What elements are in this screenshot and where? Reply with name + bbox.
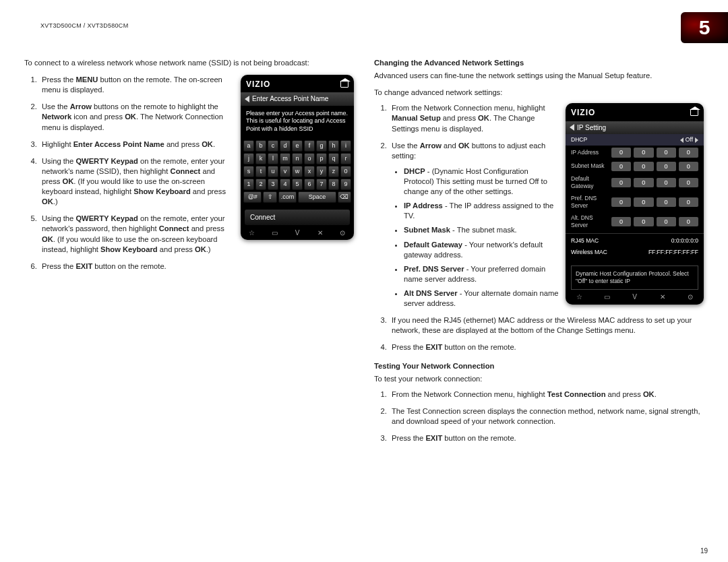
device-description: Please enter your Access point name. Thi…	[241, 106, 354, 137]
ip-octet[interactable]: 0	[634, 178, 653, 187]
key[interactable]: a	[243, 140, 254, 152]
device-footer: ☆ ▭ V ✕ ⊙	[241, 228, 354, 237]
key[interactable]: 9	[340, 179, 351, 190]
ip-octet[interactable]: 0	[679, 178, 698, 187]
ip-setting-row[interactable]: Alt. DNS Server0000	[566, 212, 704, 232]
device-title: IP Setting	[577, 123, 606, 133]
ip-octet[interactable]: 0	[657, 148, 676, 157]
key[interactable]: g	[316, 140, 327, 152]
key[interactable]: u	[268, 166, 278, 177]
advanced-lead: To change advanced network settings:	[374, 88, 704, 98]
key[interactable]: e	[292, 140, 303, 152]
key[interactable]: s	[243, 166, 254, 177]
fav-icon: ☆	[247, 228, 257, 237]
key-backspace[interactable]: ⌫	[338, 191, 351, 203]
key[interactable]: 0	[340, 166, 351, 177]
wireless-mac-row: Wireless MACFF:FF:FF:FF:FF:FF	[566, 247, 704, 258]
ip-octet[interactable]: 0	[611, 162, 631, 171]
key[interactable]: r	[340, 153, 351, 164]
home-icon	[340, 81, 348, 88]
key[interactable]: n	[292, 153, 303, 164]
home-icon	[690, 109, 698, 116]
key[interactable]: m	[280, 153, 291, 164]
key[interactable]: v	[280, 166, 291, 177]
dhcp-label: DHCP	[571, 136, 587, 144]
key[interactable]: f	[304, 140, 315, 152]
ip-octet[interactable]: 0	[679, 162, 698, 171]
key-shift[interactable]: ⇧	[263, 191, 276, 203]
step-6: Press the EXIT button on the remote.	[39, 261, 354, 272]
connect-button[interactable]: Connect	[245, 210, 350, 226]
key-dotcom[interactable]: .com	[278, 191, 297, 203]
dhcp-value: Off	[686, 136, 693, 144]
ip-octet[interactable]: 0	[657, 197, 676, 207]
key[interactable]: x	[304, 166, 315, 177]
key[interactable]: i	[340, 140, 351, 152]
key[interactable]: t	[255, 166, 266, 177]
arrow-left-icon[interactable]	[680, 137, 684, 143]
ip-setting-row[interactable]: Default Gateway0000	[566, 173, 704, 193]
ip-octet[interactable]: 0	[657, 217, 676, 226]
ip-setting-row[interactable]: Subnet Mask0000	[566, 160, 704, 173]
onscreen-keyboard: abcdefghi jklmnopqr stuvwxyz0 123456789 …	[241, 137, 354, 207]
device-ip-panel: VIZIO IP Setting DHCP Off IP Address0000…	[566, 103, 704, 304]
key[interactable]: c	[268, 140, 278, 152]
ip-octet[interactable]: 0	[634, 197, 653, 207]
key[interactable]: q	[328, 153, 339, 164]
key[interactable]: b	[255, 140, 266, 152]
key[interactable]: j	[243, 153, 254, 164]
ip-setting-row[interactable]: IP Address0000	[566, 146, 704, 159]
ip-octet[interactable]: 0	[611, 178, 631, 187]
heading-testing: Testing Your Network Connection	[374, 361, 704, 371]
key[interactable]: p	[316, 153, 327, 164]
ip-octet[interactable]: 0	[657, 178, 676, 187]
key-space[interactable]: Space	[298, 191, 336, 203]
key[interactable]: w	[292, 166, 303, 177]
content-columns: To connect to a wireless network whose n…	[24, 58, 704, 450]
key[interactable]: 6	[304, 179, 315, 190]
ip-octet[interactable]: 0	[611, 197, 631, 207]
ip-label: Subnet Mask	[571, 162, 609, 170]
device-title-bar: Enter Access Point Name	[241, 92, 354, 106]
key[interactable]: z	[328, 166, 339, 177]
page-number: 19	[700, 547, 708, 556]
dhcp-row[interactable]: DHCP Off	[566, 134, 704, 146]
key[interactable]: 3	[268, 179, 278, 190]
key[interactable]: 2	[255, 179, 266, 190]
ip-octet[interactable]: 0	[679, 148, 698, 157]
ip-octet[interactable]: 0	[679, 217, 698, 226]
astep-4: Press the EXIT button on the remote.	[389, 342, 704, 352]
ip-octet[interactable]: 0	[657, 162, 676, 171]
key[interactable]: 5	[292, 179, 303, 190]
key[interactable]: y	[316, 166, 327, 177]
key[interactable]: d	[280, 140, 291, 152]
apps-icon: ▭	[270, 228, 279, 237]
testing-steps: From the Network Connection menu, highli…	[374, 389, 704, 443]
ip-octet[interactable]: 0	[634, 148, 653, 157]
key[interactable]: 7	[316, 179, 327, 190]
ip-setting-row[interactable]: Pref. DNS Server0000	[566, 193, 704, 212]
key[interactable]: 4	[280, 179, 291, 190]
testing-lead: To test your network connection:	[374, 374, 704, 384]
key-symbols[interactable]: @#	[243, 191, 262, 203]
key[interactable]: o	[304, 153, 315, 164]
tstep-3: Press the EXIT button on the remote.	[389, 433, 704, 443]
ip-label: Default Gateway	[571, 175, 609, 191]
device-title-bar: IP Setting	[566, 121, 704, 135]
ip-octet[interactable]: 0	[679, 197, 698, 207]
key[interactable]: l	[268, 153, 278, 164]
arrow-right-icon[interactable]	[695, 137, 698, 143]
device-keyboard-panel: VIZIO Enter Access Point Name Please ent…	[241, 75, 354, 240]
key[interactable]: 8	[328, 179, 339, 190]
ip-octet[interactable]: 0	[611, 217, 631, 226]
close-icon: ✕	[658, 292, 667, 302]
ip-octet[interactable]: 0	[611, 148, 631, 157]
ip-octet[interactable]: 0	[634, 162, 653, 171]
key[interactable]: 1	[243, 179, 254, 190]
device-title: Enter Access Point Name	[252, 94, 328, 104]
rj45-mac-row: RJ45 MAC0:0:0:0:0:0	[566, 235, 704, 247]
key[interactable]: k	[255, 153, 266, 164]
astep-3: If you need the RJ45 (ethernet) MAC addr…	[389, 315, 704, 336]
key[interactable]: h	[328, 140, 339, 152]
ip-octet[interactable]: 0	[634, 217, 653, 226]
